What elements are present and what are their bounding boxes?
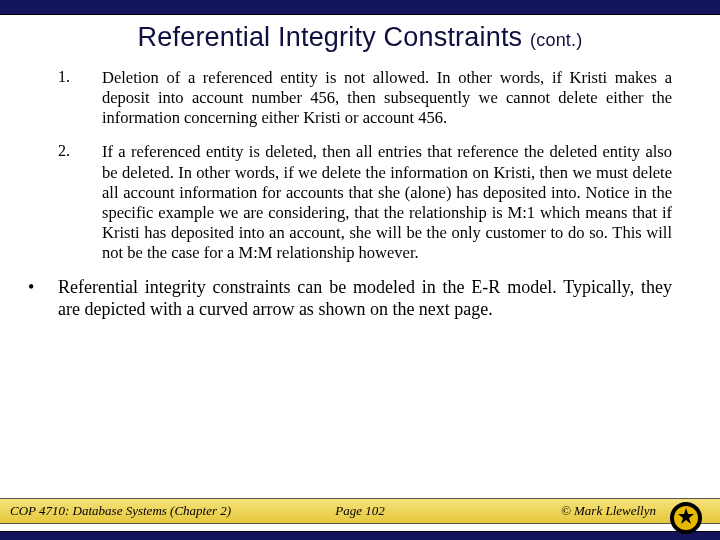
ucf-logo-icon bbox=[668, 500, 704, 536]
list-item: 1. Deletion of a referenced entity is no… bbox=[58, 68, 672, 128]
footer: COP 4710: Database Systems (Chapter 2) P… bbox=[0, 498, 720, 540]
top-stripe bbox=[0, 0, 720, 15]
slide-title: Referential Integrity Constraints (cont.… bbox=[0, 22, 720, 53]
footer-page: Page 102 bbox=[335, 503, 384, 519]
item-number: 1. bbox=[58, 68, 102, 128]
slide: Referential Integrity Constraints (cont.… bbox=[0, 0, 720, 540]
footer-course: COP 4710: Database Systems (Chapter 2) bbox=[0, 503, 231, 519]
item-text: If a referenced entity is deleted, then … bbox=[102, 142, 672, 263]
footer-bar: COP 4710: Database Systems (Chapter 2) P… bbox=[0, 498, 720, 524]
bullet-symbol: • bbox=[28, 277, 60, 321]
slide-body: 1. Deletion of a referenced entity is no… bbox=[58, 68, 672, 482]
item-text: Deletion of a referenced entity is not a… bbox=[102, 68, 672, 128]
title-main: Referential Integrity Constraints bbox=[138, 22, 523, 52]
title-suffix: (cont.) bbox=[530, 30, 582, 50]
list-item: 2. If a referenced entity is deleted, th… bbox=[58, 142, 672, 263]
bullet-text: Referential integrity constraints can be… bbox=[58, 277, 672, 321]
bottom-stripe bbox=[0, 531, 720, 540]
footer-author: © Mark Llewellyn bbox=[561, 503, 656, 519]
item-number: 2. bbox=[58, 142, 102, 263]
bullet-item: • Referential integrity constraints can … bbox=[58, 277, 672, 321]
